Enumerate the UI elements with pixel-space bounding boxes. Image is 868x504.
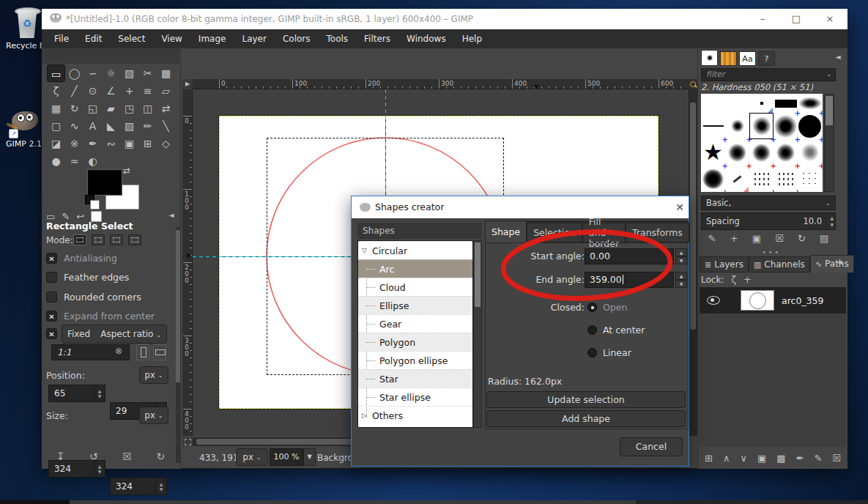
tool-clone[interactable]: ▣ <box>120 135 138 152</box>
fixed-dropdown[interactable]: Fixed Aspect ratio ⌄ <box>62 325 167 344</box>
stroke-path-icon[interactable]: ✎ <box>814 453 822 464</box>
start-angle-input[interactable]: 0.00 <box>585 248 674 264</box>
close-button[interactable]: × <box>817 9 842 29</box>
menu-windows[interactable]: Windows <box>399 29 453 48</box>
lock-path-icon[interactable]: ζ <box>731 275 736 285</box>
shape-item-star[interactable]: Star <box>358 369 472 388</box>
option-antialiasing[interactable]: ✕Antialiasing <box>46 248 175 267</box>
tool-rotate[interactable]: ↻ <box>65 100 84 117</box>
tool-paintbrush[interactable]: ╲ <box>157 117 175 135</box>
horizontal-ruler[interactable]: 0100200300400500600 <box>193 79 689 89</box>
restore-preset-icon[interactable]: ↺ <box>89 451 98 462</box>
checkbox[interactable] <box>46 272 57 283</box>
menu-select[interactable]: Select <box>111 29 152 48</box>
checkbox[interactable]: ✕ <box>46 253 57 264</box>
zoom-level-input[interactable]: 100 % <box>270 448 303 466</box>
edit-brush-icon[interactable]: ✎ <box>708 233 716 244</box>
tool-heal[interactable]: ⊞ <box>138 135 157 152</box>
tab-fonts[interactable]: Aa <box>739 51 756 66</box>
dialog-close-icon[interactable]: ✕ <box>671 196 689 218</box>
visibility-eye-icon[interactable] <box>707 296 720 305</box>
tab-selection[interactable]: Selection <box>527 223 582 242</box>
brush-cell[interactable] <box>701 94 725 113</box>
delete-path-icon[interactable]: ☒ <box>832 453 841 464</box>
start-angle-spinner[interactable]: ▲▼ <box>675 248 687 264</box>
shape-item-circular[interactable]: ▽Circular <box>358 241 472 259</box>
position-unit-dropdown[interactable]: px⌄ <box>139 366 168 384</box>
tool-perspective-clone[interactable]: ◇ <box>157 135 175 152</box>
collapse-panel-icon[interactable]: ◄ <box>168 211 174 219</box>
option-feather-edges[interactable]: Feather edges <box>46 268 175 287</box>
expander-open-icon[interactable]: ▽ <box>362 247 367 254</box>
checkbox[interactable]: ✕ <box>46 311 57 322</box>
tool-warp-transform[interactable]: ∿ <box>65 117 84 135</box>
tool-zoom[interactable]: ⊙ <box>84 82 102 100</box>
brush-cell[interactable]: + <box>749 113 774 139</box>
tool-measure[interactable]: ∠ <box>102 82 120 100</box>
path-thumbnail[interactable] <box>741 290 774 311</box>
duplicate-brush-icon[interactable]: ▣ <box>752 233 761 244</box>
menu-edit[interactable]: Edit <box>78 29 109 48</box>
path-list-empty-area[interactable] <box>700 314 846 447</box>
status-unit-dropdown[interactable]: px⌄ <box>236 448 268 466</box>
tool-gradient[interactable]: ▨ <box>120 117 138 135</box>
radio-linear[interactable] <box>587 348 597 357</box>
tool-select-by-color[interactable]: ▧ <box>120 64 138 82</box>
lock-position-icon[interactable]: + <box>743 274 752 285</box>
end-angle-input[interactable]: 359.00 <box>585 272 674 288</box>
fixed-checkbox[interactable]: ✕ <box>46 328 57 339</box>
shapes-tree-scrollbar-thumb[interactable] <box>475 242 481 307</box>
spinner-arrows[interactable]: ▲▼ <box>830 215 834 228</box>
minimize-button[interactable]: – <box>750 9 775 29</box>
tab-transforms[interactable]: Transforms <box>626 223 689 242</box>
brush-filter-input[interactable]: filter⌄ <box>701 68 836 81</box>
menu-colors[interactable]: Colors <box>275 29 318 48</box>
tab-brushes[interactable] <box>701 50 718 66</box>
swap-colors-icon[interactable]: ⇄ <box>123 166 130 176</box>
tab-document-history[interactable]: ? <box>758 51 775 66</box>
radio-at-center[interactable] <box>587 325 597 335</box>
path-name[interactable]: arc0_359 <box>782 295 823 306</box>
spinner-arrows[interactable]: ▲▼ <box>155 478 166 494</box>
ruler-corner-button[interactable]: ▶ <box>182 79 193 89</box>
quick-mask-toggle[interactable] <box>182 437 193 446</box>
menu-image[interactable]: Image <box>191 29 234 48</box>
menu-filters[interactable]: Filters <box>357 29 398 48</box>
collapse-panel-icon[interactable]: ◄ <box>835 53 841 61</box>
shape-item-ellipse[interactable]: Ellipse <box>358 296 472 314</box>
selection-to-path-icon[interactable]: ✒ <box>796 453 804 464</box>
brush-cell[interactable]: + <box>774 94 798 113</box>
shape-item-polygon-ellipse[interactable]: Polygon ellipse <box>358 351 472 369</box>
toolbox-scrollbar-thumb[interactable] <box>176 230 180 382</box>
brush-set-dropdown[interactable]: Basic,⌄ <box>701 196 836 210</box>
shape-item-arc[interactable]: Arc <box>358 259 472 278</box>
brush-cell[interactable]: + <box>725 113 749 139</box>
add-shape-button[interactable]: Add shape <box>486 410 686 427</box>
tool-scale[interactable]: ◱ <box>84 100 102 117</box>
new-path-icon[interactable]: ⊞ <box>705 453 713 464</box>
brush-cell[interactable]: + <box>701 113 725 139</box>
menu-file[interactable]: File <box>47 29 76 48</box>
lower-path-icon[interactable]: ∨ <box>740 453 747 464</box>
tool-eraser[interactable]: ◪ <box>47 135 65 152</box>
tool-flip[interactable]: ⇄ <box>157 100 175 117</box>
tool-crop[interactable]: ▱ <box>157 82 175 100</box>
end-angle-spinner[interactable]: ▲▼ <box>675 272 687 288</box>
reset-options-icon[interactable]: ↻ <box>156 451 165 462</box>
mode-add-button[interactable] <box>92 234 105 245</box>
tool-airbrush[interactable]: ※ <box>65 135 84 152</box>
mode-subtract-button[interactable] <box>110 234 123 245</box>
tool-move[interactable]: + <box>120 82 138 100</box>
expander-closed-icon[interactable]: ▷ <box>362 412 367 419</box>
tool-foreground-select[interactable]: ▩ <box>157 64 175 82</box>
tool-smudge[interactable]: ≈ <box>65 152 84 170</box>
mode-intersect-button[interactable] <box>128 234 141 245</box>
menu-help[interactable]: Help <box>455 29 489 48</box>
position-x-input[interactable]: 65▲▼ <box>48 385 105 402</box>
cancel-button[interactable]: Cancel <box>620 437 683 456</box>
size-height-input[interactable]: 324▲▼ <box>110 478 167 495</box>
save-preset-icon[interactable]: ↧ <box>56 451 65 462</box>
clear-icon[interactable]: ⊗ <box>115 346 122 356</box>
option-expand-from-center[interactable]: ✕Expand from center <box>46 307 175 326</box>
tool-color-picker[interactable]: ╱ <box>65 82 84 100</box>
